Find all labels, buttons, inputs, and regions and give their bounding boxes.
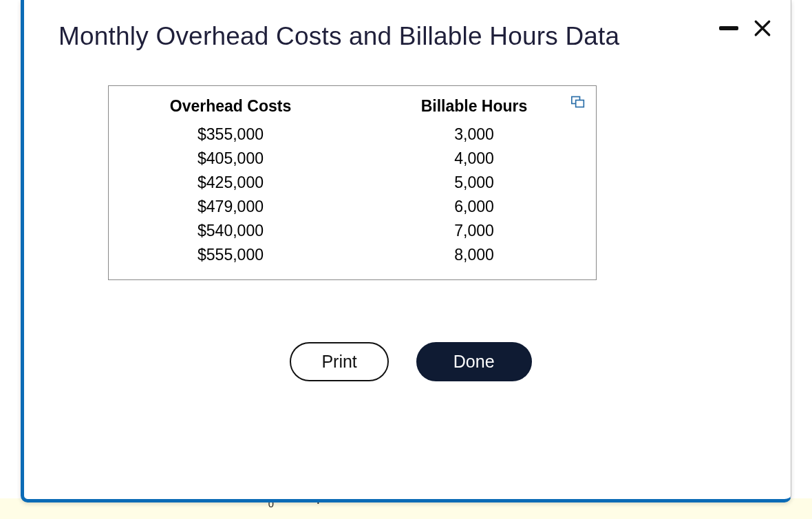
dialog-title: Monthly Overhead Costs and Billable Hour… — [58, 22, 763, 51]
cell-billable: 3,000 — [352, 123, 596, 147]
cell-overhead: $479,000 — [109, 195, 352, 219]
dialog: Monthly Overhead Costs and Billable Hour… — [21, 0, 791, 502]
cell-billable: 5,000 — [352, 171, 596, 195]
table-row: $540,000 7,000 — [109, 219, 596, 243]
col-header-overhead: Overhead Costs — [109, 93, 352, 123]
table-row: $425,000 5,000 — [109, 171, 596, 195]
table-row: $405,000 4,000 — [109, 147, 596, 171]
table-row: $555,000 8,000 — [109, 243, 596, 267]
cell-overhead: $540,000 — [109, 219, 352, 243]
cell-overhead: $355,000 — [109, 123, 352, 147]
cell-overhead: $425,000 — [109, 171, 352, 195]
dialog-buttons: Print Done — [58, 342, 763, 381]
minimize-icon[interactable] — [719, 26, 738, 30]
cell-billable: 4,000 — [352, 147, 596, 171]
cell-overhead: $405,000 — [109, 147, 352, 171]
cell-billable: 8,000 — [352, 243, 596, 267]
close-icon[interactable] — [754, 19, 771, 37]
expand-table-icon[interactable] — [571, 96, 585, 108]
table-row: $355,000 3,000 — [109, 123, 596, 147]
data-table: Overhead Costs Billable Hours $355,000 3… — [109, 93, 596, 267]
print-button[interactable]: Print — [290, 342, 388, 381]
data-table-container: Overhead Costs Billable Hours $355,000 3… — [108, 85, 597, 280]
done-button[interactable]: Done — [416, 342, 532, 381]
col-header-billable: Billable Hours — [352, 93, 596, 123]
cell-overhead: $555,000 — [109, 243, 352, 267]
table-row: $479,000 6,000 — [109, 195, 596, 219]
cell-billable: 6,000 — [352, 195, 596, 219]
svg-rect-1 — [576, 100, 584, 107]
cell-billable: 7,000 — [352, 219, 596, 243]
